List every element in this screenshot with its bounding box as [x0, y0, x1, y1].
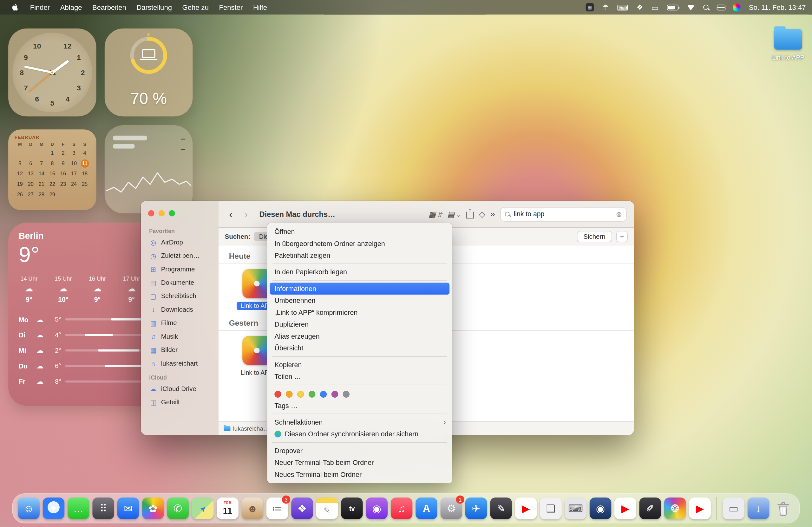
minimize-button[interactable]: [159, 210, 165, 217]
battery-widget[interactable]: ⚡ 70 %: [105, 29, 193, 117]
menubar-clock[interactable]: So. 11. Feb. 13:47: [749, 3, 806, 11]
dock-contacts[interactable]: ☻: [242, 498, 264, 519]
context-menu-item-sync[interactable]: Diesen Ordner synchronisieren oder siche…: [267, 428, 452, 440]
group-by-button[interactable]: [447, 209, 461, 218]
sidebar-item-airdrop[interactable]: AirDrop: [145, 236, 214, 249]
context-menu-item[interactable]: Teilen …: [267, 371, 452, 383]
dock-apple-tv[interactable]: tv: [341, 498, 363, 519]
search-input[interactable]: [512, 209, 613, 218]
sidebar-item-recents[interactable]: Zuletzt ben…: [145, 249, 214, 262]
dock-youtube[interactable]: ▶: [515, 498, 537, 519]
context-menu-item[interactable]: Neues Terminal beim Ordner: [267, 469, 452, 481]
dock-testflight[interactable]: ✈: [465, 498, 487, 519]
back-button[interactable]: [226, 208, 236, 220]
sidebar-item-home[interactable]: lukasreichart: [145, 357, 214, 370]
context-menu-item[interactable]: Kopieren: [267, 358, 452, 371]
menubar-menu[interactable]: Bearbeiten: [87, 3, 131, 11]
context-menu-item[interactable]: Übersicht: [267, 342, 452, 354]
context-menu-item[interactable]: Öffnen: [267, 226, 452, 238]
dock-dev-app[interactable]: ❖: [291, 498, 313, 519]
tag-color-dot[interactable]: [309, 391, 315, 397]
dock-reminders[interactable]: ≔ 3: [266, 498, 288, 519]
dock-screen-app[interactable]: ◉: [590, 498, 611, 519]
menubar-menu[interactable]: Finder: [25, 3, 55, 11]
stage-manager-icon[interactable]: [637, 3, 643, 11]
context-menu-item-tags[interactable]: Tags …: [267, 399, 452, 412]
zoom-button[interactable]: [169, 210, 175, 217]
activity-widget[interactable]: – – –: [105, 125, 193, 214]
dock-safari[interactable]: ✦: [43, 498, 65, 519]
dock-photos[interactable]: ✿: [142, 498, 164, 519]
keyboard-icon[interactable]: [617, 3, 628, 11]
spotlight-icon[interactable]: [703, 5, 708, 10]
battery-icon[interactable]: [667, 4, 679, 10]
calendar-widget[interactable]: FEBRUAR MDMDFSS 123456789101112131415161…: [8, 129, 97, 210]
dock-music[interactable]: ♫: [391, 498, 413, 519]
save-search-button[interactable]: Sichern: [577, 231, 612, 242]
dock-launchpad[interactable]: ⠿: [92, 498, 114, 519]
sidebar-item-pictures[interactable]: Bilder: [145, 343, 214, 356]
tag-color-dot[interactable]: [320, 391, 327, 397]
menubar-menu[interactable]: Darstellung: [131, 3, 177, 11]
vpn-umbrella-icon[interactable]: [602, 3, 609, 11]
dock-settings[interactable]: ⚙ 1: [440, 498, 462, 519]
dock-finder[interactable]: ☺: [18, 498, 40, 519]
context-menu-item[interactable]: Paketinhalt zeigen: [267, 250, 452, 262]
close-button[interactable]: [148, 210, 155, 217]
menubar-menu[interactable]: Hilfe: [248, 3, 273, 11]
share-button[interactable]: [466, 212, 474, 218]
sidebar-item-movies[interactable]: Filme: [145, 317, 214, 330]
menubar-menu[interactable]: Gehe zu: [177, 3, 214, 11]
tag-color-dot[interactable]: [297, 391, 304, 397]
apple-menu-icon[interactable]: [6, 3, 24, 11]
dock-color-app[interactable]: ❂: [664, 498, 686, 519]
sidebar-item-icloud-drive[interactable]: iCloud Drive: [145, 382, 214, 395]
dock-messages[interactable]: …: [68, 498, 89, 519]
dock-calendar[interactable]: FEB 11: [217, 498, 238, 519]
display-icon[interactable]: [651, 3, 658, 11]
menubar-app-icon[interactable]: [585, 3, 594, 11]
control-center-icon[interactable]: [716, 4, 724, 10]
menubar-menu[interactable]: Fenster: [214, 3, 248, 11]
tags-button[interactable]: [479, 209, 485, 218]
desktop-folder-link-to-app[interactable]: Link to APP: [768, 29, 809, 61]
dock-youtube-2[interactable]: ▶: [614, 498, 636, 519]
dock-code-editor[interactable]: ✐: [639, 498, 661, 519]
toolbar-overflow-button[interactable]: [490, 209, 495, 219]
menubar-menu[interactable]: Ablage: [55, 3, 87, 11]
trash-icon[interactable]: [772, 498, 794, 519]
tag-color-dot[interactable]: [332, 391, 338, 397]
context-menu-item[interactable]: Alias erzeugen: [267, 331, 452, 342]
sidebar-item-applications[interactable]: Programme: [145, 263, 214, 276]
dock-mini-display[interactable]: ▭: [723, 498, 744, 519]
sidebar-item-shared[interactable]: Geteilt: [145, 395, 214, 409]
dock-keyboard-app[interactable]: ⌨: [565, 498, 586, 519]
context-menu-item[interactable]: Informationen: [270, 282, 450, 295]
sidebar-item-music[interactable]: Musik: [145, 330, 214, 343]
view-options-button[interactable]: [429, 209, 442, 218]
wifi-icon[interactable]: [687, 4, 695, 10]
dock-design-tool[interactable]: ✎: [490, 498, 512, 519]
dock-notes[interactable]: ✎: [316, 498, 338, 519]
dock-podcasts[interactable]: ◉: [366, 498, 388, 519]
context-menu-item[interactable]: In den Papierkorb legen: [267, 266, 452, 278]
siri-icon[interactable]: [733, 3, 740, 11]
dock-maps[interactable]: ➤: [192, 498, 214, 519]
sidebar-item-desktop[interactable]: Schreibtisch: [145, 290, 214, 303]
dock-downloads[interactable]: ↓: [748, 498, 769, 519]
context-menu-item-quick-actions[interactable]: Schnellaktionen ›: [267, 416, 452, 428]
tag-color-dot[interactable]: [274, 391, 281, 397]
dock-recipe-app[interactable]: ❏: [540, 498, 562, 519]
sidebar-item-downloads[interactable]: Downloads: [145, 303, 214, 316]
dock-youtube-3[interactable]: ▶: [689, 498, 711, 519]
context-menu-item[interactable]: Neuer Terminal-Tab beim Ordner: [267, 457, 452, 469]
tag-color-dot[interactable]: [286, 391, 292, 397]
clock-widget[interactable]: 121234567891011: [8, 29, 97, 117]
context-menu-item[interactable]: Dropover: [267, 444, 452, 457]
dock-mail[interactable]: ✉: [117, 498, 139, 519]
dock-facetime[interactable]: ✆: [167, 498, 189, 519]
context-menu-item[interactable]: Umbenennen: [267, 295, 452, 307]
context-menu-item[interactable]: Duplizieren: [267, 318, 452, 331]
dock-app-store[interactable]: A: [416, 498, 437, 519]
context-menu-item[interactable]: „Link to APP“ komprimieren: [267, 307, 452, 319]
